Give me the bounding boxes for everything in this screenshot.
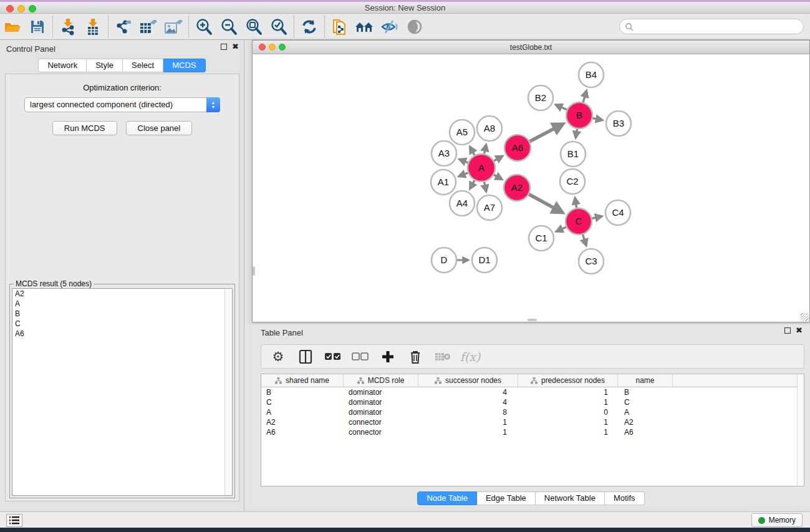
table-row[interactable]: Cdominator41C	[261, 397, 804, 407]
open-session-button[interactable]	[0, 16, 25, 38]
graph-edge[interactable]	[459, 173, 468, 177]
network-horizontal-scroll-thumb[interactable]	[528, 319, 537, 321]
import-network-icon	[60, 18, 76, 36]
split-view-button[interactable]	[295, 347, 316, 367]
table-cell: 8	[418, 407, 518, 417]
save-session-button[interactable]	[25, 16, 50, 38]
graph-edge[interactable]	[470, 147, 475, 155]
tab-mcds[interactable]: MCDS	[163, 59, 205, 72]
run-mcds-button[interactable]: Run MCDS	[52, 121, 117, 135]
table-cell: dominator	[344, 407, 418, 417]
graph-node-label: A5	[456, 127, 468, 137]
table-row[interactable]: Adominator80A	[261, 407, 804, 417]
mcds-result-item[interactable]: A6	[12, 329, 232, 339]
window-resize-grip[interactable]	[801, 313, 809, 321]
export-network-button[interactable]	[111, 16, 136, 38]
zoom-selected-button[interactable]	[266, 16, 291, 38]
graph-edge[interactable]	[485, 145, 486, 154]
graph-edge[interactable]	[592, 216, 602, 218]
tab-network-table[interactable]: Network Table	[536, 491, 605, 505]
checked-boxes-icon	[324, 352, 342, 361]
tab-node-table[interactable]: Node Table	[417, 491, 477, 505]
table-row[interactable]: Bdominator41B	[261, 387, 804, 397]
graph-edge[interactable]	[583, 235, 587, 246]
add-column-button[interactable]	[377, 347, 398, 367]
column-header-predecessor-nodes[interactable]: predecessor nodes	[518, 374, 618, 387]
graph-edge[interactable]	[494, 156, 503, 161]
graph-node-label: C	[576, 216, 582, 226]
import-table-button[interactable]	[80, 16, 105, 38]
zoom-in-button[interactable]	[191, 16, 216, 38]
table-scrollbar[interactable]	[797, 374, 804, 486]
column-header-name[interactable]: name	[618, 374, 673, 387]
tab-edge-table[interactable]: Edge Table	[477, 491, 536, 505]
function-builder-button[interactable]: f(x)	[460, 347, 481, 367]
mcds-result-item[interactable]: A2	[12, 289, 232, 299]
mcds-list-scrollbar[interactable]	[224, 289, 232, 495]
graph-edge[interactable]	[470, 180, 475, 189]
delete-table-button[interactable]	[432, 347, 453, 367]
delete-column-button[interactable]	[405, 347, 426, 367]
zoom-fit-button[interactable]	[241, 16, 266, 38]
network-canvas[interactable]: B4B2BB3A5A8A6A3B1AA1C2A2A4A7C4CC1DD1C3	[253, 54, 809, 322]
tab-network[interactable]: Network	[38, 59, 87, 72]
graph-edge[interactable]	[576, 129, 577, 138]
graph-edge[interactable]	[485, 182, 486, 191]
graph-edge[interactable]	[583, 90, 586, 102]
control-panel: Control Panel ✖ Network Style Select MCD…	[0, 40, 244, 511]
close-table-panel-icon[interactable]: ✖	[796, 327, 803, 334]
node-table-header: shared name MCDS role successor nodes pr…	[261, 374, 804, 387]
toolbar-separator	[52, 16, 53, 38]
graph-edge[interactable]	[460, 159, 468, 162]
float-table-panel-icon[interactable]	[784, 327, 791, 334]
tab-select[interactable]: Select	[123, 59, 163, 72]
search-field[interactable]	[619, 19, 804, 34]
graph-edge[interactable]	[556, 227, 566, 231]
memory-button[interactable]: Memory	[751, 513, 803, 527]
float-panel-icon[interactable]	[221, 44, 227, 50]
network-graph[interactable]: B4B2BB3A5A8A6A3B1AA1C2A2A4A7C4CC1DD1C3	[253, 54, 809, 322]
import-network-button[interactable]	[55, 16, 80, 38]
graph-edge[interactable]	[556, 105, 567, 110]
tab-style[interactable]: Style	[87, 59, 123, 72]
close-panel-icon[interactable]: ✖	[232, 44, 239, 50]
graph-edge[interactable]	[575, 198, 577, 208]
graph-edge[interactable]	[529, 124, 562, 142]
graph-edge[interactable]	[494, 175, 502, 179]
new-network-from-selection-button[interactable]	[327, 16, 352, 38]
export-image-button[interactable]	[161, 16, 186, 38]
search-input[interactable]	[634, 22, 803, 31]
graph-node-label: A8	[484, 123, 495, 133]
mcds-result-item[interactable]: A	[12, 299, 232, 309]
column-settings-button[interactable]: ⚙	[268, 347, 289, 367]
column-header-successor-nodes[interactable]: successor nodes	[418, 374, 518, 387]
table-row[interactable]: A2connector11A2	[261, 417, 804, 427]
first-neighbors-button[interactable]	[352, 16, 377, 38]
graph-edge[interactable]	[593, 118, 603, 120]
mcds-result-item[interactable]: B	[12, 309, 232, 319]
tab-motifs[interactable]: Motifs	[605, 491, 645, 505]
zoom-out-button[interactable]	[216, 16, 241, 38]
table-tabs: Node Table Edge Table Network Table Moti…	[252, 491, 810, 505]
task-history-button[interactable]	[6, 514, 22, 527]
show-all-button[interactable]	[402, 16, 427, 38]
network-window-titlebar[interactable]: testGlobe.txt	[253, 41, 809, 54]
column-header-mcds-role[interactable]: MCDS role	[344, 374, 418, 387]
table-row[interactable]: A6connector11A6	[261, 427, 804, 437]
apply-layout-button[interactable]	[297, 16, 322, 38]
close-panel-button[interactable]: Close panel	[126, 121, 193, 135]
hide-selected-button[interactable]	[377, 16, 402, 38]
mcds-result-item[interactable]: C	[12, 319, 232, 329]
network-vertical-scroll-thumb[interactable]	[253, 266, 255, 276]
hierarchy-icon	[357, 377, 364, 384]
export-table-button[interactable]	[136, 16, 161, 38]
eye-icon	[405, 19, 424, 35]
criterion-dropdown[interactable]: largest connected component (directed) ▲…	[24, 97, 220, 112]
select-all-columns-button[interactable]	[322, 347, 344, 367]
graph-edge[interactable]	[529, 195, 562, 213]
mcds-result-list[interactable]: A2ABCA6	[12, 288, 233, 496]
table-cell: A2	[618, 417, 673, 427]
deselect-all-columns-button[interactable]	[350, 347, 371, 367]
criterion-dropdown-value: largest connected component (directed)	[30, 100, 173, 109]
column-header-shared-name[interactable]: shared name	[261, 374, 344, 387]
